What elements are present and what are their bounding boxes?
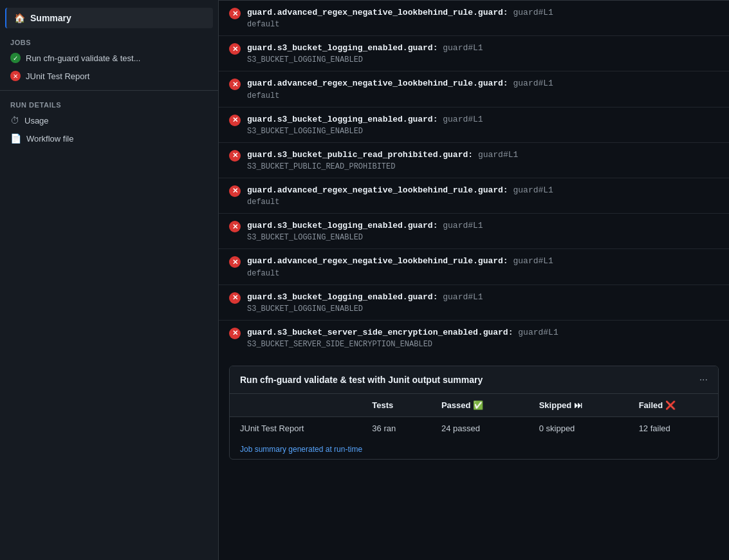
error-title: guard.advanced_regex_negative_lookbehind… xyxy=(247,185,719,196)
error-icon: ✕ xyxy=(229,8,241,19)
error-content: guard.advanced_regex_negative_lookbehind… xyxy=(247,185,719,207)
summary-dots-button[interactable]: ··· xyxy=(699,374,708,386)
row-tests: 36 ran xyxy=(362,416,431,440)
error-subtitle: default xyxy=(247,20,719,29)
guard-ref: guard#L1 xyxy=(513,185,553,195)
sidebar-divider xyxy=(0,90,218,91)
home-icon: 🏠 xyxy=(14,13,25,23)
error-subtitle: S3_BUCKET_LOGGING_ENABLED xyxy=(247,55,719,64)
table-header-row: Tests Passed ✅ Skipped ⏭ Failed ❌ xyxy=(230,394,718,417)
error-icon: ✕ xyxy=(229,185,241,197)
error-item: ✕ guard.advanced_regex_negative_lookbehi… xyxy=(219,1,729,36)
error-subtitle: default xyxy=(247,198,719,207)
error-icon: ✕ xyxy=(229,256,241,268)
error-content: guard.s3_bucket_server_side_encryption_e… xyxy=(247,327,719,349)
guard-ref: guard#L1 xyxy=(443,221,483,230)
error-title: guard.advanced_regex_negative_lookbehind… xyxy=(247,78,719,89)
row-failed: 12 failed xyxy=(629,416,718,440)
summary-section: Run cfn-guard validate & test with Junit… xyxy=(229,366,719,460)
summary-footer[interactable]: Job summary generated at run-time xyxy=(230,440,718,459)
row-passed: 24 passed xyxy=(431,416,529,440)
error-icon: ✕ xyxy=(229,328,241,339)
error-title: guard.s3_bucket_public_read_prohibited.g… xyxy=(247,149,719,161)
sidebar-item-workflow-file[interactable]: 📄 Workflow file xyxy=(0,129,218,147)
error-item: ✕ guard.s3_bucket_logging_enabled.guard:… xyxy=(219,285,729,321)
error-content: guard.advanced_regex_negative_lookbehind… xyxy=(247,78,719,100)
job-1-label: Run cfn-guard validate & test... xyxy=(26,53,140,63)
error-subtitle: S3_BUCKET_LOGGING_ENABLED xyxy=(247,127,719,136)
error-content: guard.s3_bucket_logging_enabled.guard: g… xyxy=(247,42,719,64)
error-subtitle: default xyxy=(247,269,719,278)
guard-name: guard.advanced_regex_negative_lookbehind… xyxy=(247,79,508,88)
error-icon: ✕ xyxy=(229,43,241,55)
row-name: JUnit Test Report xyxy=(230,416,362,440)
sidebar-item-usage[interactable]: ⏱ Usage xyxy=(0,111,218,129)
error-subtitle: S3_BUCKET_LOGGING_ENABLED xyxy=(247,233,719,242)
error-icon: ✕ xyxy=(229,79,241,90)
sidebar-summary-label: Summary xyxy=(30,13,71,23)
error-icon: ✕ xyxy=(229,115,241,126)
error-title: guard.advanced_regex_negative_lookbehind… xyxy=(247,256,719,267)
guard-name: guard.advanced_regex_negative_lookbehind… xyxy=(247,256,508,266)
col-header-passed: Passed ✅ xyxy=(431,394,529,417)
error-content: guard.s3_bucket_logging_enabled.guard: g… xyxy=(247,114,719,136)
row-skipped: 0 skipped xyxy=(529,416,629,440)
guard-ref: guard#L1 xyxy=(478,150,518,160)
job-2-label: JUnit Test Report xyxy=(26,71,89,81)
error-icon: ✕ xyxy=(229,292,241,304)
col-header-name xyxy=(230,394,362,417)
error-title: guard.advanced_regex_negative_lookbehind… xyxy=(247,7,719,19)
guard-ref: guard#L1 xyxy=(513,79,553,88)
workflow-file-label: Workflow file xyxy=(26,134,73,144)
error-item: ✕ guard.advanced_regex_negative_lookbehi… xyxy=(219,71,729,107)
col-header-skipped: Skipped ⏭ xyxy=(529,394,629,417)
guard-name: guard.s3_bucket_public_read_prohibited.g… xyxy=(247,150,473,160)
col-header-failed: Failed ❌ xyxy=(629,394,718,417)
usage-icon: ⏱ xyxy=(10,115,19,126)
error-title: guard.s3_bucket_server_side_encryption_e… xyxy=(247,327,719,339)
error-subtitle: S3_BUCKET_SERVER_SIDE_ENCRYPTION_ENABLED xyxy=(247,340,719,349)
sidebar-item-job-2[interactable]: ✕ JUnit Test Report xyxy=(0,67,218,85)
sidebar-item-summary[interactable]: 🏠 Summary xyxy=(5,8,213,28)
error-item: ✕ guard.advanced_regex_negative_lookbehi… xyxy=(219,249,729,285)
error-item: ✕ guard.s3_bucket_logging_enabled.guard:… xyxy=(219,214,729,249)
guard-ref: guard#L1 xyxy=(518,328,558,337)
guard-name: guard.s3_bucket_server_side_encryption_e… xyxy=(247,328,513,337)
summary-title: Run cfn-guard validate & test with Junit… xyxy=(240,375,483,385)
guard-ref: guard#L1 xyxy=(443,292,483,302)
col-header-tests: Tests xyxy=(362,394,431,417)
usage-label: Usage xyxy=(24,116,49,126)
sidebar: 🏠 Summary Jobs ✓ Run cfn-guard validate … xyxy=(0,0,219,560)
error-subtitle: S3_BUCKET_LOGGING_ENABLED xyxy=(247,304,719,313)
error-subtitle: default xyxy=(247,91,719,100)
guard-name: guard.s3_bucket_logging_enabled.guard: xyxy=(247,221,438,230)
error-content: guard.s3_bucket_logging_enabled.guard: g… xyxy=(247,220,719,242)
error-item: ✕ guard.s3_bucket_public_read_prohibited… xyxy=(219,143,729,178)
error-item: ✕ guard.advanced_regex_negative_lookbehi… xyxy=(219,178,729,214)
guard-ref: guard#L1 xyxy=(443,43,483,53)
guard-name: guard.advanced_regex_negative_lookbehind… xyxy=(247,185,508,195)
error-title: guard.s3_bucket_logging_enabled.guard: g… xyxy=(247,114,719,126)
error-icon: ✕ xyxy=(229,150,241,162)
guard-name: guard.s3_bucket_logging_enabled.guard: xyxy=(247,292,438,302)
table-row: JUnit Test Report 36 ran 24 passed 0 ski… xyxy=(230,416,718,440)
jobs-section-title: Jobs xyxy=(0,31,218,49)
error-icon: ✕ xyxy=(229,221,241,232)
error-content: guard.s3_bucket_public_read_prohibited.g… xyxy=(247,149,719,171)
summary-header: Run cfn-guard validate & test with Junit… xyxy=(230,366,718,394)
guard-name: guard.advanced_regex_negative_lookbehind… xyxy=(247,8,508,17)
error-item: ✕ guard.s3_bucket_logging_enabled.guard:… xyxy=(219,36,729,71)
run-details-title: Run details xyxy=(0,96,218,111)
error-subtitle: S3_BUCKET_PUBLIC_READ_PROHIBITED xyxy=(247,162,719,171)
error-title: guard.s3_bucket_logging_enabled.guard: g… xyxy=(247,292,719,303)
error-list: ✕ guard.advanced_regex_negative_lookbehi… xyxy=(219,0,729,355)
guard-name: guard.s3_bucket_logging_enabled.guard: xyxy=(247,115,438,124)
guard-name: guard.s3_bucket_logging_enabled.guard: xyxy=(247,43,438,53)
error-item: ✕ guard.s3_bucket_logging_enabled.guard:… xyxy=(219,107,729,143)
error-content: guard.advanced_regex_negative_lookbehind… xyxy=(247,256,719,277)
sidebar-item-job-1[interactable]: ✓ Run cfn-guard validate & test... xyxy=(0,49,218,67)
error-item: ✕ guard.s3_bucket_server_side_encryption… xyxy=(219,321,729,355)
main-content: ✕ guard.advanced_regex_negative_lookbehi… xyxy=(219,0,729,560)
guard-ref: guard#L1 xyxy=(443,115,483,124)
guard-ref: guard#L1 xyxy=(513,8,553,17)
